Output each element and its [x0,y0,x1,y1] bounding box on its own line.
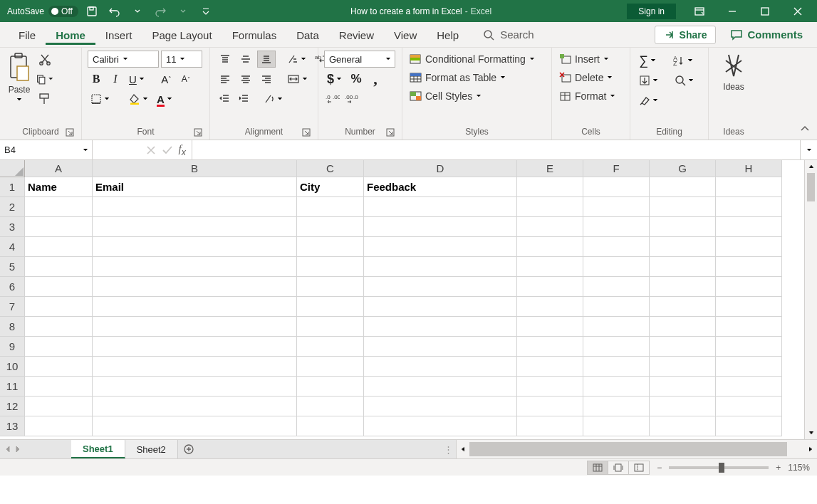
tab-home[interactable]: Home [46,25,95,45]
cell[interactable] [650,317,716,337]
cell[interactable] [364,277,517,297]
italic-button[interactable]: I [107,70,124,88]
sheet-tab-other[interactable]: Sheet2 [125,440,178,458]
insert-cells-button[interactable]: Insert [558,52,611,66]
column-header[interactable]: A [25,160,93,177]
cell[interactable] [650,277,716,297]
redo-button[interactable] [151,2,170,21]
cell[interactable] [297,397,364,416]
cell[interactable] [364,317,517,337]
cell[interactable] [716,377,782,397]
cell[interactable] [517,277,583,297]
format-cells-button[interactable]: Format [558,89,618,103]
row-header[interactable]: 9 [0,337,25,357]
vertical-scrollbar[interactable] [804,160,817,439]
cell[interactable] [25,397,93,416]
sheet-nav-next-icon[interactable] [14,445,21,453]
tab-view[interactable]: View [384,25,427,45]
dialog-launcher-icon[interactable] [302,128,312,138]
cell[interactable] [650,237,716,257]
search-box[interactable]: Search [483,28,534,41]
cell[interactable] [93,337,297,357]
cell[interactable] [25,337,93,357]
dialog-launcher-icon[interactable] [66,128,76,138]
zoom-level[interactable]: 115% [788,463,810,473]
accounting-format-button[interactable]: $ [324,70,345,88]
cell[interactable] [517,217,583,237]
scrollbar-thumb[interactable] [469,442,788,456]
tab-page-layout[interactable]: Page Layout [142,25,222,45]
conditional-formatting-button[interactable]: Conditional Formatting [408,52,537,66]
cell[interactable] [583,297,650,317]
dialog-launcher-icon[interactable] [386,128,396,138]
cell[interactable] [364,297,517,317]
cell[interactable] [650,357,716,377]
cell[interactable] [93,397,297,416]
cell[interactable] [297,197,364,217]
cell[interactable] [25,237,93,257]
tab-file[interactable]: File [9,25,46,45]
orientation-button[interactable] [284,51,310,68]
cell[interactable] [716,337,782,357]
cell[interactable] [517,397,583,416]
tab-insert[interactable]: Insert [95,25,142,45]
cell[interactable] [583,177,650,197]
row-header[interactable]: 3 [0,217,25,237]
cell[interactable] [583,416,650,436]
cell[interactable] [93,317,297,337]
cell[interactable] [25,257,93,277]
cell[interactable] [93,237,297,257]
customize-qat-icon[interactable] [197,2,215,21]
cell[interactable] [297,317,364,337]
cell[interactable]: Name [25,177,93,197]
number-format-combo[interactable]: General [324,51,395,68]
fill-color-button[interactable] [126,90,152,107]
sheet-splitter-icon[interactable]: ⋮ [442,440,456,458]
cell-styles-button[interactable]: Cell Styles [408,89,484,103]
cell[interactable] [716,237,782,257]
delete-cells-button[interactable]: Delete [558,70,615,85]
decrease-decimal-button[interactable]: .00.0 [343,90,360,107]
cell[interactable]: City [297,177,364,197]
cell[interactable] [297,297,364,317]
align-right-button[interactable] [257,70,276,88]
cell[interactable] [364,337,517,357]
cell[interactable] [583,317,650,337]
zoom-slider[interactable] [669,466,769,469]
cell[interactable] [364,237,517,257]
collapse-ribbon-icon[interactable] [800,124,813,137]
cell[interactable] [650,337,716,357]
cell[interactable] [583,377,650,397]
cell[interactable] [364,357,517,377]
increase-font-button[interactable]: A˄ [158,70,175,88]
cell[interactable] [517,416,583,436]
increase-indent-button[interactable] [235,90,252,107]
decrease-indent-button[interactable] [216,90,233,107]
cell[interactable] [650,197,716,217]
tab-help[interactable]: Help [427,25,469,45]
sheet-nav-prev-icon[interactable] [4,445,11,453]
cell[interactable] [517,177,583,197]
increase-decimal-button[interactable]: .0.00 [324,90,341,107]
zoom-out-button[interactable]: − [657,463,662,473]
cell[interactable] [650,297,716,317]
column-header[interactable]: G [650,160,716,177]
page-break-view-button[interactable] [628,461,650,475]
cell[interactable] [517,317,583,337]
scrollbar-thumb[interactable] [807,173,815,201]
align-left-button[interactable] [216,70,234,88]
cell[interactable] [517,197,583,217]
cell[interactable] [25,357,93,377]
cell[interactable] [583,357,650,377]
column-header[interactable]: E [517,160,583,177]
cell[interactable] [297,277,364,297]
row-header[interactable]: 8 [0,317,25,337]
column-header[interactable]: B [93,160,297,177]
name-box[interactable]: B4 [0,140,93,159]
fill-button[interactable] [636,72,662,89]
sheet-tab-active[interactable]: Sheet1 [71,440,125,458]
cell[interactable] [25,317,93,337]
font-color-button[interactable]: A [154,90,176,107]
bold-button[interactable]: B [88,70,105,88]
expand-formula-bar-icon[interactable] [800,140,817,159]
